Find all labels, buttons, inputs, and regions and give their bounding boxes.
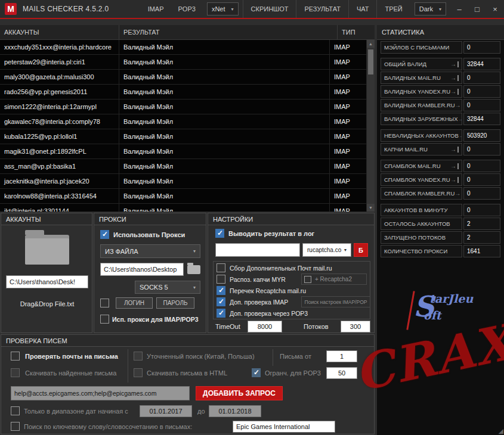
table-row[interactable]: simon1222@interia.pl:12armyplВалидный Мэ… xyxy=(0,100,367,114)
stat-row: КОЛИЧЕСТВО ПРОКСИ1641 xyxy=(381,245,500,257)
export-icon[interactable]: → xyxy=(454,191,462,197)
type-cell: IMAP xyxy=(330,114,367,129)
export-icon[interactable]: → xyxy=(450,147,459,153)
column-header-result[interactable]: РЕЗУЛЬТАТ xyxy=(119,25,338,39)
pop3-check-checkbox[interactable] xyxy=(217,309,225,318)
collect-mail-checkbox[interactable] xyxy=(217,263,225,272)
proxy-imap-pop3-checkbox[interactable] xyxy=(100,315,109,324)
table-row[interactable]: jaceknitka@interia.pl:jacek20Валидный Мэ… xyxy=(0,174,367,189)
app-window: M MAILS CHECKER 4.5.2.0 IMAP POP3 xNet ▾… xyxy=(0,0,504,435)
date-to-field[interactable]: 01.01.2018 xyxy=(209,405,261,417)
export-icon[interactable]: → xyxy=(455,102,462,108)
recaptcha2-label: + Recaptcha2 xyxy=(315,276,352,282)
recheck-recaptcha-checkbox[interactable] xyxy=(217,286,225,295)
menu-chat[interactable]: ЧАТ xyxy=(348,0,377,18)
letters-from-field[interactable]: 1 xyxy=(326,350,357,362)
table-row[interactable]: kubala1225@vp.pl:lollol1Валидный МэйлIMA… xyxy=(0,129,367,144)
divider xyxy=(128,349,128,383)
proxy-source-select[interactable]: ИЗ ФАЙЛА ▾ xyxy=(100,244,200,258)
export-icon[interactable]: → xyxy=(450,163,459,169)
export-icon[interactable]: → xyxy=(459,133,462,139)
use-proxy-checkbox[interactable] xyxy=(100,230,109,239)
table-row[interactable]: xxxchudy351xxx@interia.pl:hardcoreВалидн… xyxy=(0,40,367,55)
refined-search-label: Уточненный поиск (Китай, Польша) xyxy=(147,353,255,360)
timeout-field[interactable]: 8000 xyxy=(248,321,282,333)
statistics-panel: СТАТИСТИКА МЭЙЛОВ С ПИСЬМАМИ0 ОБЩИЙ ВАЛИ… xyxy=(377,25,504,435)
threads-field[interactable]: 300 xyxy=(341,321,370,333)
export-icon[interactable]: → xyxy=(450,177,459,183)
threads-label: Потоков xyxy=(304,323,329,330)
keyword-search-checkbox[interactable] xyxy=(11,422,20,431)
result-cell: Валидный Мэйл xyxy=(119,189,330,203)
export-icon[interactable]: → xyxy=(450,61,459,67)
stat-label: КАПЧИ MAIL.RU xyxy=(384,146,428,153)
table-row[interactable]: peterstaw29@interia.pl:ciri1Валидный Мэй… xyxy=(0,55,367,70)
table-body: xxxchudy351xxx@interia.pl:hardcoreВалидн… xyxy=(0,40,367,212)
date-from-field[interactable]: 01.01.2017 xyxy=(140,405,192,417)
logo-letter: S xyxy=(413,292,434,321)
column-header-type[interactable]: ТИП xyxy=(338,25,375,39)
recaptcha2-checkbox[interactable] xyxy=(304,276,311,283)
proxy-auth-checkbox[interactable] xyxy=(100,299,109,307)
search-query-field[interactable]: help@accts.epicgames.com;help@epicgames.… xyxy=(11,386,190,400)
date-range-checkbox[interactable] xyxy=(11,406,20,415)
captcha-myr-checkbox[interactable] xyxy=(217,275,225,284)
keyword-search-label: Поиск по ключевому слову/словосочетанию … xyxy=(24,423,192,430)
balance-button[interactable]: Б xyxy=(354,243,368,257)
accounts-file-path-field[interactable]: C:\Users\thanos\Desk! xyxy=(6,275,88,288)
table-row[interactable]: ass_man@vp.pl:basika1Валидный МэйлIMAP xyxy=(0,159,367,174)
table-row[interactable]: gkawalec78@interia.pl:comply78Валидный М… xyxy=(0,114,367,129)
stat-value: 32844 xyxy=(463,113,500,125)
scroll-up-icon[interactable]: ▲ xyxy=(367,40,375,48)
folder-icon[interactable] xyxy=(25,235,69,265)
menu-screenshot[interactable]: СКРИНШОТ xyxy=(243,0,296,18)
captcha-service-select[interactable]: rucaptcha.co ▾ xyxy=(302,243,351,257)
table-scrollbar[interactable]: ▲ ▼ xyxy=(367,40,375,212)
close-button[interactable]: × xyxy=(486,0,504,18)
browse-folder-icon[interactable] xyxy=(187,265,200,274)
result-cell: Валидный Мэйл xyxy=(119,174,330,188)
table-row[interactable]: karolnow88@interia.pl:3316454Валидный Мэ… xyxy=(0,189,367,204)
stat-value: 0 xyxy=(463,99,500,111)
scroll-down-icon[interactable]: ▼ xyxy=(367,204,375,212)
stat-value: 2 xyxy=(463,218,500,230)
table-row[interactable]: magik31@onet.pl:1892lfcPLВалидный МэйлIM… xyxy=(0,144,367,159)
pop3-limit-field[interactable]: 50 xyxy=(326,367,357,379)
scrollbar-thumb[interactable] xyxy=(368,49,373,74)
export-icon[interactable]: → xyxy=(450,75,459,81)
table-row[interactable]: rado256@vp.pl:genesis2011Валидный МэйлIM… xyxy=(0,85,367,100)
table-row[interactable]: maly300@gazeta.pl:malusi300Валидный Мэйл… xyxy=(0,70,367,85)
log-output-checkbox[interactable] xyxy=(215,229,224,238)
export-icon[interactable]: → xyxy=(458,116,463,122)
add-query-button[interactable]: ДОБАВИТЬ ЗАПРОС xyxy=(196,386,283,400)
theme-select[interactable]: Dark ▾ xyxy=(415,2,446,15)
export-icon[interactable]: → xyxy=(450,89,459,95)
settings-panel-title: НАСТРОЙКИ xyxy=(208,213,374,225)
proxy-password-button[interactable]: ПАРОЛЬ xyxy=(156,297,194,309)
column-header-accounts[interactable]: АККАУНТЫ xyxy=(0,25,119,39)
proxy-login-button[interactable]: ЛОГИН xyxy=(116,297,153,309)
download-html-checkbox xyxy=(134,368,143,377)
menu-pop3[interactable]: POP3 xyxy=(171,0,203,18)
menu-imap[interactable]: IMAP xyxy=(141,0,171,18)
stat-row: СПАМБЛОК RAMBLER.RU→0 xyxy=(381,187,500,200)
minimize-button[interactable]: – xyxy=(450,0,468,18)
xnet-select[interactable]: xNet ▾ xyxy=(207,2,239,15)
menu-result[interactable]: РЕЗУЛЬТАТ xyxy=(296,0,348,18)
stat-value: 0 xyxy=(463,187,500,200)
type-cell: IMAP xyxy=(330,159,367,173)
captcha-key-field[interactable] xyxy=(215,243,300,257)
stat-label: ОБЩИЙ ВАЛИД xyxy=(384,61,426,67)
menu-tray[interactable]: ТРЕЙ xyxy=(376,0,410,18)
proxy-type-select[interactable]: SOCKS 5 ▾ xyxy=(135,281,200,294)
keyword-field[interactable]: Epic Games International xyxy=(233,421,335,433)
stat-label: ВАЛИДНЫХ RAMBLER.RU xyxy=(384,102,455,108)
type-cell: IMAP xyxy=(330,174,367,188)
check-letters-checkbox[interactable] xyxy=(11,352,20,361)
proxy-file-path-field[interactable]: C:\Users\thanos\Desktop xyxy=(100,263,184,276)
accounts-panel-title: АККАУНТЫ xyxy=(1,213,92,225)
maximize-button[interactable]: □ xyxy=(468,0,486,18)
resize-grip[interactable]: ◢ xyxy=(499,427,503,435)
table-row[interactable]: jkt@interia.pl:3301144Валидный МэйлIMAP xyxy=(0,204,367,212)
imap-check-checkbox[interactable] xyxy=(217,297,225,306)
